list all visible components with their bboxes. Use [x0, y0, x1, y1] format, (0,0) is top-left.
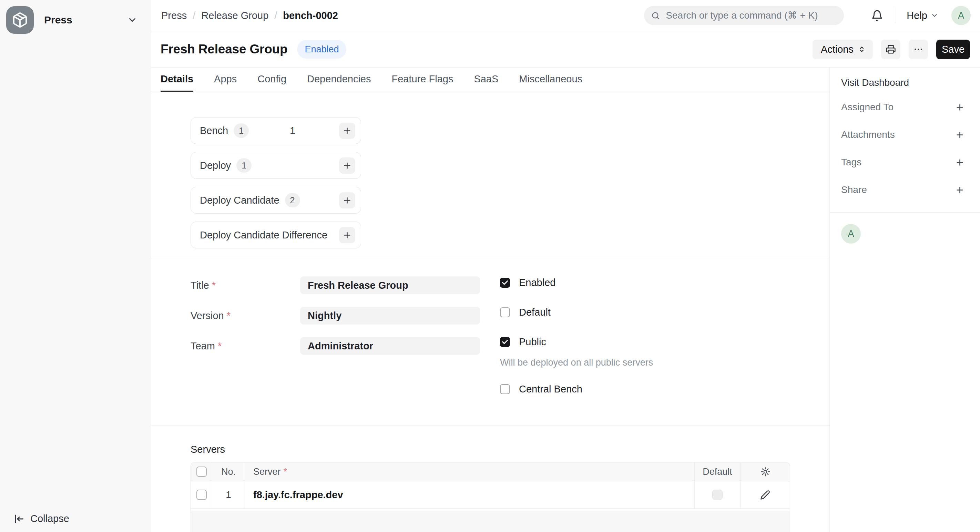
column-header-server: Server [253, 467, 281, 477]
server-row[interactable]: 1 f8.jay.fc.frappe.dev [191, 481, 790, 508]
row-default-cell [695, 481, 740, 508]
checkbox-unchecked[interactable] [500, 307, 510, 318]
tab-config[interactable]: Config [258, 68, 286, 92]
command-search[interactable] [644, 6, 844, 25]
add-tag-button[interactable] [955, 157, 965, 167]
add-deploy-candidate-difference-button[interactable] [339, 227, 355, 243]
connection-card-deploy-candidate-difference[interactable]: Deploy Candidate Difference [191, 222, 361, 248]
servers-grid-header: No. Server* Default [191, 462, 790, 481]
field-title: Title* [191, 276, 480, 294]
help-label: Help [907, 10, 927, 21]
status-badge: Enabled [297, 40, 346, 59]
chevron-down-icon [931, 12, 938, 19]
save-button[interactable]: Save [936, 40, 970, 59]
connection-label: Deploy [200, 160, 231, 171]
field-version: Version* [191, 306, 480, 325]
topbar-right: Help A [644, 6, 971, 25]
checkbox-central-bench[interactable]: Central Bench [500, 383, 653, 395]
package-cube-icon [12, 12, 28, 28]
notifications-button[interactable] [870, 9, 884, 22]
connection-label: Deploy Candidate Difference [200, 229, 327, 241]
plus-icon [955, 103, 964, 112]
plus-icon [955, 130, 964, 140]
workspace-label: Press [44, 14, 72, 26]
panel-row-attachments: Attachments [841, 130, 965, 140]
search-icon [651, 11, 660, 20]
left-sidebar: Press Collapse [0, 0, 151, 532]
checkbox-public[interactable]: Public [500, 336, 653, 348]
press-app: Press Collapse Press / Release Group / b… [0, 0, 980, 532]
row-edit-cell [740, 481, 790, 508]
connection-count-badge: 1 [234, 123, 249, 138]
public-help-text: Will be deployed on all public servers [500, 357, 653, 368]
add-deploy-button[interactable] [339, 157, 355, 174]
search-input[interactable] [666, 10, 837, 21]
press-logo [6, 6, 34, 34]
more-options-button[interactable] [909, 40, 928, 59]
required-marker: * [283, 467, 287, 477]
visit-dashboard-link[interactable]: Visit Dashboard [841, 77, 965, 88]
collapse-left-icon [14, 513, 25, 524]
connection-card-bench[interactable]: Bench 1 1 [191, 117, 361, 144]
actions-dropdown-button[interactable]: Actions [813, 40, 873, 59]
gear-icon[interactable] [760, 467, 770, 477]
chevron-down-icon [127, 15, 137, 25]
details-form: Title* Version* [151, 259, 829, 426]
header-default-cell: Default [695, 462, 740, 481]
connection-count-badge: 1 [236, 158, 251, 173]
collapse-sidebar-button[interactable]: Collapse [14, 513, 69, 524]
ellipsis-icon [913, 44, 923, 54]
row-checkbox[interactable] [196, 490, 207, 500]
breadcrumb: Press / Release Group / bench-0002 [161, 10, 338, 21]
printer-icon [886, 44, 896, 54]
tab-feature-flags[interactable]: Feature Flags [391, 68, 453, 92]
checkbox-label: Central Bench [519, 383, 582, 395]
checkbox-unchecked[interactable] [500, 384, 510, 394]
tab-saas[interactable]: SaaS [474, 68, 498, 92]
panel-row-tags: Tags [841, 157, 965, 167]
document-side-panel: Visit Dashboard Assigned To Attachments … [829, 68, 980, 532]
connection-card-deploy-candidate[interactable]: Deploy Candidate 2 [191, 187, 361, 214]
topbar-divider [895, 8, 895, 23]
required-marker: * [218, 340, 221, 351]
checkbox-default[interactable]: Default [500, 306, 653, 318]
connection-card-deploy[interactable]: Deploy 1 [191, 152, 361, 179]
topbar: Press / Release Group / bench-0002 [151, 0, 980, 31]
breadcrumb-separator: / [274, 10, 277, 21]
select-all-checkbox[interactable] [196, 467, 207, 477]
checkbox-checked[interactable] [500, 278, 510, 288]
add-assignment-button[interactable] [955, 102, 965, 112]
add-deploy-candidate-button[interactable] [339, 192, 355, 208]
tab-details[interactable]: Details [161, 68, 193, 92]
tab-miscellaneous[interactable]: Miscellaneous [519, 68, 582, 92]
title-input[interactable] [300, 276, 480, 294]
version-input[interactable] [300, 306, 480, 325]
tab-apps[interactable]: Apps [214, 68, 237, 92]
plus-icon [342, 126, 352, 135]
print-button[interactable] [881, 40, 900, 59]
servers-section-title: Servers [191, 444, 829, 455]
checkbox-checked[interactable] [500, 337, 510, 347]
help-menu[interactable]: Help [907, 10, 938, 21]
viewer-avatar[interactable]: A [841, 224, 861, 244]
checkbox-enabled[interactable]: Enabled [500, 277, 653, 288]
panel-label: Share [841, 184, 867, 195]
grid-add-row-area[interactable] [191, 511, 790, 532]
plus-icon [342, 196, 352, 205]
row-server-cell[interactable]: f8.jay.fc.frappe.dev [245, 481, 695, 508]
workspace-switcher[interactable]: Press [0, 0, 151, 40]
required-marker: * [212, 280, 216, 291]
column-header-no: No. [221, 467, 236, 477]
breadcrumb-release-group[interactable]: Release Group [201, 10, 269, 21]
header-checkbox-cell [191, 462, 212, 481]
team-input[interactable] [300, 337, 480, 355]
add-attachment-button[interactable] [955, 130, 965, 140]
add-share-button[interactable] [955, 185, 965, 195]
collapse-label: Collapse [30, 513, 69, 524]
add-bench-button[interactable] [339, 123, 355, 139]
user-avatar[interactable]: A [951, 6, 971, 25]
actions-label: Actions [821, 44, 854, 55]
breadcrumb-press[interactable]: Press [161, 10, 187, 21]
tab-dependencies[interactable]: Dependencies [307, 68, 371, 92]
edit-row-button[interactable] [758, 487, 773, 502]
